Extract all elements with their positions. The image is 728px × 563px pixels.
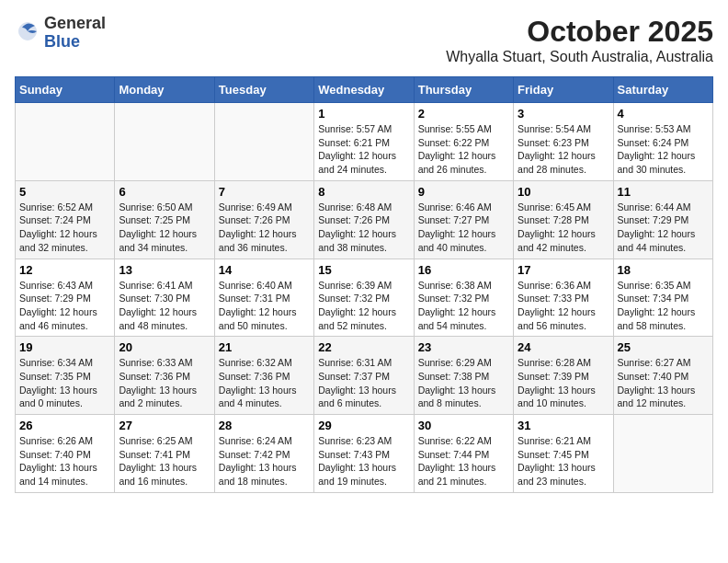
- day-info: Sunrise: 6:41 AMSunset: 7:30 PMDaylight:…: [119, 279, 210, 333]
- calendar-cell: 16Sunrise: 6:38 AMSunset: 7:32 PMDayligh…: [414, 259, 513, 337]
- day-number: 12: [19, 263, 110, 277]
- calendar-cell: 5Sunrise: 6:52 AMSunset: 7:24 PMDaylight…: [16, 180, 115, 259]
- calendar-cell: 20Sunrise: 6:33 AMSunset: 7:36 PMDayligh…: [115, 337, 214, 415]
- day-number: 23: [418, 340, 509, 354]
- day-number: 28: [219, 419, 310, 432]
- calendar-cell: 7Sunrise: 6:49 AMSunset: 7:26 PMDaylight…: [214, 180, 313, 259]
- day-info: Sunrise: 6:45 AMSunset: 7:28 PMDaylight:…: [518, 201, 609, 255]
- day-number: 27: [119, 419, 210, 432]
- day-header-friday: Friday: [514, 77, 613, 103]
- day-number: 6: [119, 185, 210, 199]
- day-number: 3: [518, 107, 609, 121]
- day-number: 25: [618, 340, 709, 354]
- calendar-cell: 23Sunrise: 6:29 AMSunset: 7:38 PMDayligh…: [414, 337, 513, 415]
- day-number: 7: [219, 185, 310, 199]
- day-info: Sunrise: 6:27 AMSunset: 7:40 PMDaylight:…: [618, 356, 709, 410]
- calendar-cell: [214, 103, 313, 181]
- day-number: 17: [518, 263, 609, 277]
- calendar-cell: 9Sunrise: 6:46 AMSunset: 7:27 PMDaylight…: [414, 180, 513, 259]
- calendar-week-row: 5Sunrise: 6:52 AMSunset: 7:24 PMDaylight…: [16, 180, 713, 259]
- logo-icon: [15, 18, 40, 48]
- day-number: 13: [119, 263, 210, 277]
- day-info: Sunrise: 6:38 AMSunset: 7:32 PMDaylight:…: [418, 279, 509, 333]
- day-number: 16: [418, 263, 509, 277]
- day-number: 8: [318, 185, 409, 199]
- day-number: 30: [418, 419, 509, 432]
- day-header-sunday: Sunday: [16, 77, 115, 103]
- calendar-cell: 13Sunrise: 6:41 AMSunset: 7:30 PMDayligh…: [115, 259, 214, 337]
- day-header-tuesday: Tuesday: [214, 77, 313, 103]
- logo-text: General Blue: [44, 15, 106, 52]
- day-number: 11: [618, 185, 709, 199]
- day-info: Sunrise: 6:26 AMSunset: 7:40 PMDaylight:…: [19, 434, 110, 488]
- calendar-cell: 8Sunrise: 6:48 AMSunset: 7:26 PMDaylight…: [314, 180, 414, 259]
- calendar-cell: 6Sunrise: 6:50 AMSunset: 7:25 PMDaylight…: [115, 180, 214, 259]
- day-number: 21: [219, 340, 310, 354]
- calendar-cell: [613, 415, 712, 493]
- day-number: 24: [518, 340, 609, 354]
- calendar-cell: 25Sunrise: 6:27 AMSunset: 7:40 PMDayligh…: [613, 337, 712, 415]
- day-info: Sunrise: 6:33 AMSunset: 7:36 PMDaylight:…: [119, 356, 210, 410]
- day-info: Sunrise: 6:48 AMSunset: 7:26 PMDaylight:…: [318, 201, 409, 255]
- calendar-cell: 24Sunrise: 6:28 AMSunset: 7:39 PMDayligh…: [514, 337, 613, 415]
- calendar-cell: 17Sunrise: 6:36 AMSunset: 7:33 PMDayligh…: [514, 259, 613, 337]
- day-number: 26: [19, 419, 110, 432]
- calendar-cell: 21Sunrise: 6:32 AMSunset: 7:36 PMDayligh…: [214, 337, 313, 415]
- day-header-thursday: Thursday: [414, 77, 513, 103]
- day-info: Sunrise: 6:39 AMSunset: 7:32 PMDaylight:…: [318, 279, 409, 333]
- calendar-cell: 12Sunrise: 6:43 AMSunset: 7:29 PMDayligh…: [16, 259, 115, 337]
- calendar-table: SundayMondayTuesdayWednesdayThursdayFrid…: [15, 76, 713, 493]
- day-info: Sunrise: 6:25 AMSunset: 7:41 PMDaylight:…: [119, 434, 210, 488]
- calendar-cell: 15Sunrise: 6:39 AMSunset: 7:32 PMDayligh…: [314, 259, 414, 337]
- day-info: Sunrise: 6:24 AMSunset: 7:42 PMDaylight:…: [219, 434, 310, 488]
- month-title: October 2025: [446, 15, 713, 49]
- calendar-cell: 4Sunrise: 5:53 AMSunset: 6:24 PMDaylight…: [613, 103, 712, 181]
- calendar-cell: 29Sunrise: 6:23 AMSunset: 7:43 PMDayligh…: [314, 415, 414, 493]
- calendar-cell: 3Sunrise: 5:54 AMSunset: 6:23 PMDaylight…: [514, 103, 613, 181]
- day-info: Sunrise: 6:49 AMSunset: 7:26 PMDaylight:…: [219, 201, 310, 255]
- day-info: Sunrise: 6:43 AMSunset: 7:29 PMDaylight:…: [19, 279, 110, 333]
- calendar-header-row: SundayMondayTuesdayWednesdayThursdayFrid…: [16, 77, 713, 103]
- calendar-cell: 2Sunrise: 5:55 AMSunset: 6:22 PMDaylight…: [414, 103, 513, 181]
- calendar-week-row: 1Sunrise: 5:57 AMSunset: 6:21 PMDaylight…: [16, 103, 713, 181]
- calendar-cell: 1Sunrise: 5:57 AMSunset: 6:21 PMDaylight…: [314, 103, 414, 181]
- logo-general: General: [44, 14, 106, 32]
- day-info: Sunrise: 6:29 AMSunset: 7:38 PMDaylight:…: [418, 356, 509, 410]
- day-number: 4: [618, 107, 709, 121]
- day-info: Sunrise: 5:54 AMSunset: 6:23 PMDaylight:…: [518, 122, 609, 177]
- day-number: 22: [318, 340, 409, 354]
- day-info: Sunrise: 6:50 AMSunset: 7:25 PMDaylight:…: [119, 201, 210, 255]
- day-header-monday: Monday: [115, 77, 214, 103]
- calendar-cell: 19Sunrise: 6:34 AMSunset: 7:35 PMDayligh…: [16, 337, 115, 415]
- calendar-cell: 31Sunrise: 6:21 AMSunset: 7:45 PMDayligh…: [514, 415, 613, 493]
- day-info: Sunrise: 5:55 AMSunset: 6:22 PMDaylight:…: [418, 122, 509, 177]
- logo: General Blue: [15, 15, 106, 52]
- calendar-cell: 18Sunrise: 6:35 AMSunset: 7:34 PMDayligh…: [613, 259, 712, 337]
- day-info: Sunrise: 6:34 AMSunset: 7:35 PMDaylight:…: [19, 356, 110, 410]
- calendar-cell: [16, 103, 115, 181]
- day-info: Sunrise: 6:23 AMSunset: 7:43 PMDaylight:…: [318, 434, 409, 488]
- day-number: 20: [119, 340, 210, 354]
- day-number: 19: [19, 340, 110, 354]
- day-info: Sunrise: 6:52 AMSunset: 7:24 PMDaylight:…: [19, 201, 110, 255]
- calendar-cell: 27Sunrise: 6:25 AMSunset: 7:41 PMDayligh…: [115, 415, 214, 493]
- day-info: Sunrise: 6:28 AMSunset: 7:39 PMDaylight:…: [518, 356, 609, 410]
- day-info: Sunrise: 6:36 AMSunset: 7:33 PMDaylight:…: [518, 279, 609, 333]
- page-header: General Blue October 2025 Whyalla Stuart…: [15, 15, 713, 65]
- calendar-cell: 14Sunrise: 6:40 AMSunset: 7:31 PMDayligh…: [214, 259, 313, 337]
- day-info: Sunrise: 6:35 AMSunset: 7:34 PMDaylight:…: [618, 279, 709, 333]
- day-number: 29: [318, 419, 409, 432]
- day-number: 5: [19, 185, 110, 199]
- logo-blue: Blue: [44, 32, 80, 51]
- calendar-cell: 28Sunrise: 6:24 AMSunset: 7:42 PMDayligh…: [214, 415, 313, 493]
- calendar-week-row: 26Sunrise: 6:26 AMSunset: 7:40 PMDayligh…: [16, 415, 713, 493]
- day-header-saturday: Saturday: [613, 77, 712, 103]
- calendar-week-row: 19Sunrise: 6:34 AMSunset: 7:35 PMDayligh…: [16, 337, 713, 415]
- day-number: 10: [518, 185, 609, 199]
- day-info: Sunrise: 5:57 AMSunset: 6:21 PMDaylight:…: [318, 122, 409, 177]
- calendar-cell: [115, 103, 214, 181]
- day-info: Sunrise: 6:40 AMSunset: 7:31 PMDaylight:…: [219, 279, 310, 333]
- day-number: 1: [318, 107, 409, 121]
- day-number: 9: [418, 185, 509, 199]
- day-info: Sunrise: 6:46 AMSunset: 7:27 PMDaylight:…: [418, 201, 509, 255]
